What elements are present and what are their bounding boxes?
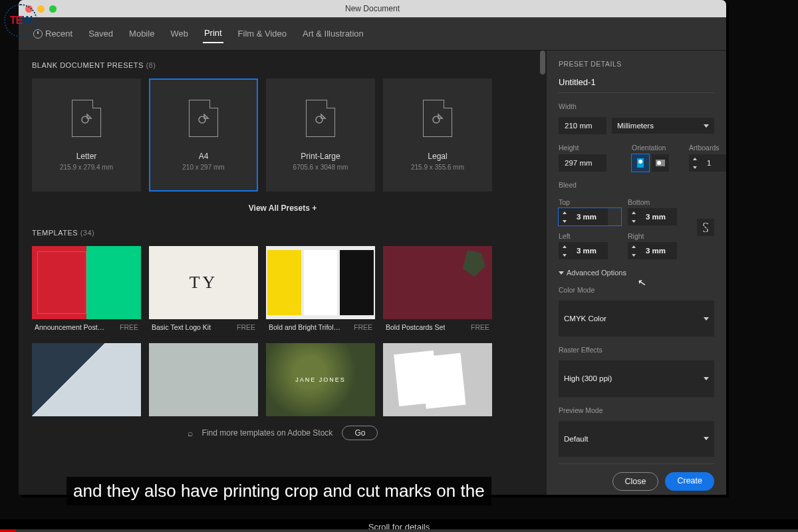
document-icon	[72, 100, 101, 137]
presets-heading: BLANK DOCUMENT PRESETS (8)	[32, 61, 533, 69]
window-minimize-icon[interactable]	[37, 5, 45, 13]
height-input[interactable]: 297 mm	[559, 154, 606, 172]
template-item[interactable]	[32, 343, 141, 416]
bleed-right-input[interactable]: 3 mm	[640, 242, 677, 259]
bleed-bottom-decrement[interactable]	[628, 217, 640, 225]
height-label: Height	[559, 144, 612, 152]
bleed-bottom-increment[interactable]	[628, 208, 640, 217]
width-input[interactable]: 210 mm	[559, 117, 606, 134]
templates-heading: TEMPLATES (34)	[32, 229, 533, 237]
tab-saved[interactable]: Saved	[87, 25, 114, 43]
link-icon	[701, 223, 710, 232]
bleed-bottom-input[interactable]: 3 mm	[640, 208, 677, 225]
chevron-down-icon	[704, 437, 709, 440]
new-document-dialog: New Document Recent Saved Mobile Web Pri…	[19, 0, 726, 495]
template-item[interactable]	[383, 343, 492, 416]
document-icon	[423, 100, 452, 137]
preset-details-panel: PRESET DETAILS Untitled-1 Width 210 mm M…	[547, 51, 726, 495]
bleed-left-decrement[interactable]	[559, 251, 571, 259]
document-icon	[189, 100, 218, 137]
link-bleed-button[interactable]	[697, 219, 714, 236]
window-zoom-icon[interactable]	[49, 5, 57, 13]
artboards-increment[interactable]	[689, 154, 701, 163]
tab-mobile[interactable]: Mobile	[128, 25, 156, 43]
color-mode-select[interactable]: CMYK Color	[559, 301, 714, 336]
bleed-label: Bleed	[559, 181, 714, 189]
chevron-down-icon	[704, 377, 709, 380]
video-progress-bar[interactable]	[0, 529, 798, 532]
adobe-stock-text: Find more templates on Adobe Stock	[202, 428, 333, 438]
artboards-input[interactable]: 1	[701, 154, 726, 172]
units-select[interactable]: Millimeters	[612, 118, 714, 134]
raster-effects-select[interactable]: High (300 ppi)	[559, 360, 714, 396]
video-caption: and they also have printing crop and cut…	[66, 477, 491, 505]
bleed-right-decrement[interactable]	[628, 251, 640, 259]
chevron-down-icon	[559, 271, 564, 275]
view-all-presets-button[interactable]: View All Presets +	[32, 203, 533, 213]
bleed-left-input[interactable]: 3 mm	[571, 242, 608, 259]
width-label: Width	[559, 102, 714, 110]
preset-print-large[interactable]: Print-Large 6705.6 x 3048 mm	[266, 78, 375, 192]
chevron-down-icon	[704, 124, 709, 128]
preset-legal[interactable]: Legal 215.9 x 355.6 mm	[383, 78, 492, 192]
scrollbar[interactable]	[540, 51, 545, 74]
template-item[interactable]	[266, 343, 375, 416]
tew-logo: TEW	[4, 4, 37, 37]
template-bold-postcards-set[interactable]: Bold Postcards SetFREE	[383, 246, 492, 335]
preview-mode-label: Preview Mode	[559, 406, 714, 414]
document-icon	[306, 100, 335, 137]
tab-film-video[interactable]: Film & Video	[237, 25, 288, 43]
bleed-left-increment[interactable]	[559, 242, 571, 251]
template-basic-text-logo-kit[interactable]: Basic Text Logo KitFREE	[149, 246, 258, 335]
search-icon: ⌕	[188, 428, 193, 438]
tab-art-illustration[interactable]: Art & Illustration	[301, 25, 365, 43]
tab-recent[interactable]: Recent	[32, 25, 74, 43]
window-titlebar: New Document	[19, 0, 726, 17]
orientation-portrait-button[interactable]	[632, 154, 649, 172]
tab-web[interactable]: Web	[169, 25, 190, 43]
orientation-label: Orientation	[632, 144, 669, 152]
template-announcement-poster[interactable]: Announcement Post…FREE	[32, 246, 141, 335]
category-tabs: Recent Saved Mobile Web Print Film & Vid…	[19, 17, 726, 51]
bleed-top-input[interactable]: 3 mm	[571, 208, 608, 225]
template-bold-bright-trifold[interactable]: Bold and Bright Trifol…FREE	[266, 246, 375, 335]
chevron-down-icon	[704, 317, 709, 321]
bleed-top-decrement[interactable]	[559, 217, 571, 225]
advanced-options-toggle[interactable]: Advanced Options	[559, 269, 714, 277]
template-item[interactable]	[149, 343, 258, 416]
preset-a4[interactable]: A4 210 x 297 mm	[149, 78, 258, 192]
color-mode-label: Color Mode	[559, 286, 714, 294]
bleed-right-increment[interactable]	[628, 242, 640, 251]
artboards-decrement[interactable]	[689, 163, 701, 172]
create-button[interactable]: Create	[665, 472, 714, 491]
close-button[interactable]: Close	[612, 472, 659, 491]
preset-details-heading: PRESET DETAILS	[559, 60, 714, 68]
window-title: New Document	[19, 4, 726, 13]
raster-effects-label: Raster Effects	[559, 346, 714, 354]
tab-print[interactable]: Print	[203, 24, 223, 43]
document-name-input[interactable]: Untitled-1	[559, 74, 714, 93]
orientation-landscape-button[interactable]	[652, 154, 669, 172]
artboards-label: Artboards	[689, 144, 726, 152]
preset-letter[interactable]: Letter 215.9 x 279.4 mm	[32, 78, 141, 192]
presets-templates-panel: BLANK DOCUMENT PRESETS (8) Letter 215.9 …	[19, 51, 547, 495]
preview-mode-select[interactable]: Default	[559, 421, 714, 457]
bleed-top-increment[interactable]	[559, 208, 571, 217]
go-button[interactable]: Go	[342, 426, 378, 440]
